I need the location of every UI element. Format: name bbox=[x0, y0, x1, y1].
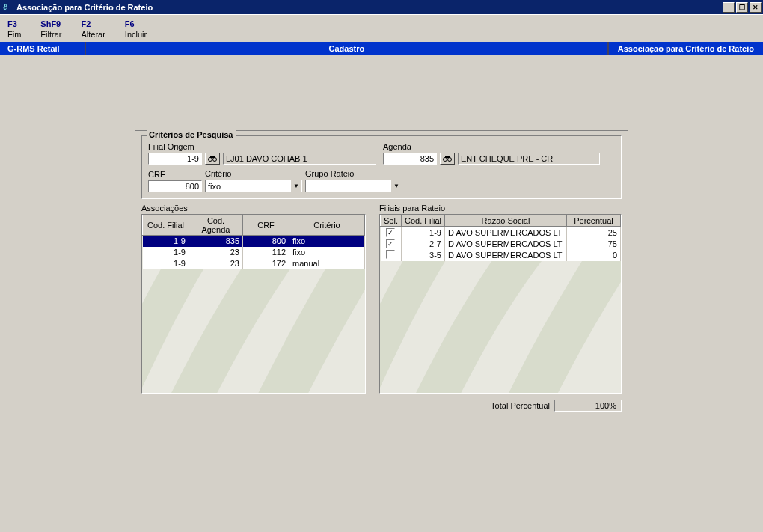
sub-header-center: Cadastro bbox=[86, 42, 607, 55]
crf-input[interactable] bbox=[148, 180, 202, 192]
cell-percentual: 25 bbox=[567, 227, 621, 239]
cell-crf: 172 bbox=[243, 258, 289, 269]
svg-point-3 bbox=[444, 158, 447, 162]
cell-razao: D AVO SUPERMERCADOS LT bbox=[445, 249, 567, 261]
filial-origem-name: LJ01 DAVO COHAB 1 bbox=[223, 153, 376, 165]
checkbox-icon[interactable]: ✓ bbox=[386, 228, 395, 237]
main-panel: Critérios de Pesquisa Filial Origem LJ01… bbox=[135, 130, 628, 519]
agenda-lookup-button[interactable] bbox=[440, 153, 455, 165]
associacoes-label: Associações bbox=[141, 204, 366, 213]
cell-cod-filial: 1-9 bbox=[143, 258, 189, 269]
cell-cod-filial: 1-9 bbox=[143, 247, 189, 258]
table-row[interactable]: ✓1-9D AVO SUPERMERCADOS LT25 bbox=[381, 227, 621, 239]
chevron-down-icon: ▼ bbox=[290, 180, 301, 192]
fn-label: Fim bbox=[7, 30, 21, 39]
agenda-name: ENT CHEQUE PRE - CR bbox=[458, 153, 600, 165]
table-row[interactable]: 1-9835800fixo bbox=[143, 236, 365, 247]
col-sel[interactable]: Sel. bbox=[381, 215, 402, 227]
titlebar: ℓ Associação para Critério de Rateio _ ❐… bbox=[0, 0, 763, 14]
cell-criterio: fixo bbox=[289, 236, 365, 247]
cell-cod-filial: 3-5 bbox=[402, 249, 445, 261]
fn-key: F2 bbox=[81, 19, 105, 28]
groupbox-legend: Critérios de Pesquisa bbox=[147, 130, 236, 139]
sub-header-right: Associação para Critério de Rateio bbox=[607, 42, 763, 55]
fn-key: F6 bbox=[125, 19, 147, 28]
table-row[interactable]: 1-923112fixo bbox=[143, 247, 365, 258]
filial-origem-label: Filial Origem bbox=[148, 142, 202, 151]
fn-key: ShF9 bbox=[40, 19, 61, 28]
cell-percentual: 0 bbox=[567, 249, 621, 261]
filial-origem-input[interactable] bbox=[148, 153, 202, 165]
filiais-table[interactable]: Sel. Cod. Filial Razão Social Percentual… bbox=[379, 214, 622, 394]
col-percentual[interactable]: Percentual bbox=[567, 215, 621, 227]
filial-origem-lookup-button[interactable] bbox=[205, 153, 220, 165]
cell-cod-agenda: 23 bbox=[189, 258, 243, 269]
col-criterio[interactable]: Critério bbox=[289, 215, 365, 236]
col-cod-filial[interactable]: Cod. Filial bbox=[143, 215, 189, 236]
checkbox-icon[interactable]: ✓ bbox=[386, 239, 395, 248]
window-buttons: _ ❐ ✕ bbox=[723, 2, 762, 13]
cell-cod-filial: 2-7 bbox=[402, 238, 445, 249]
svg-point-0 bbox=[209, 158, 212, 162]
total-percentual-label: Total Percentual bbox=[491, 401, 550, 410]
fn-item-fim[interactable]: F3 Fim bbox=[7, 19, 21, 39]
restore-button[interactable]: ❐ bbox=[736, 2, 748, 13]
criterio-combo[interactable]: fixo ▼ bbox=[205, 180, 302, 192]
cell-razao: D AVO SUPERMERCADOS LT bbox=[445, 238, 567, 249]
criterio-value: fixo bbox=[206, 180, 290, 192]
window-title: Associação para Critério de Rateio bbox=[16, 3, 723, 12]
criteria-groupbox: Critérios de Pesquisa Filial Origem LJ01… bbox=[141, 135, 622, 199]
fn-item-incluir[interactable]: F6 Incluir bbox=[125, 19, 147, 39]
table-row[interactable]: 1-923172manual bbox=[143, 258, 365, 269]
binoculars-icon bbox=[208, 155, 217, 162]
cell-cod-agenda: 835 bbox=[189, 236, 243, 247]
fn-label: Alterar bbox=[81, 30, 105, 39]
grupo-value bbox=[306, 180, 390, 192]
table-row[interactable]: ✓2-7D AVO SUPERMERCADOS LT75 bbox=[381, 238, 621, 249]
minimize-button[interactable]: _ bbox=[723, 2, 735, 13]
cell-cod-filial: 1-9 bbox=[402, 227, 445, 239]
cell-crf: 112 bbox=[243, 247, 289, 258]
agenda-input[interactable] bbox=[383, 153, 437, 165]
associacoes-table[interactable]: Cod. Filial Cod. Agenda CRF Critério 1-9… bbox=[141, 214, 366, 394]
svg-rect-2 bbox=[210, 156, 215, 158]
cell-percentual: 75 bbox=[567, 238, 621, 249]
col-razao[interactable]: Razão Social bbox=[445, 215, 567, 227]
svg-point-4 bbox=[448, 158, 452, 162]
col-crf[interactable]: CRF bbox=[243, 215, 289, 236]
col-cod-agenda[interactable]: Cod. Agenda bbox=[189, 215, 243, 236]
sub-header: G-RMS Retail Cadastro Associação para Cr… bbox=[0, 42, 763, 55]
crf-label: CRF bbox=[148, 170, 202, 179]
cell-crf: 800 bbox=[243, 236, 289, 247]
app-icon: ℓ bbox=[3, 2, 13, 13]
cell-sel[interactable] bbox=[381, 249, 402, 261]
cell-sel[interactable]: ✓ bbox=[381, 227, 402, 239]
close-button[interactable]: ✕ bbox=[750, 2, 762, 13]
chevron-down-icon: ▼ bbox=[390, 180, 402, 192]
criterio-label: Critério bbox=[205, 169, 302, 178]
cell-cod-filial: 1-9 bbox=[143, 236, 189, 247]
function-key-bar: F3 Fim ShF9 Filtrar F2 Alterar F6 Inclui… bbox=[0, 14, 763, 42]
binoculars-icon bbox=[443, 155, 452, 162]
cell-criterio: fixo bbox=[289, 247, 365, 258]
total-percentual-value: 100% bbox=[554, 400, 622, 412]
fn-item-filtrar[interactable]: ShF9 Filtrar bbox=[40, 19, 61, 39]
table-row[interactable]: 3-5D AVO SUPERMERCADOS LT0 bbox=[381, 249, 621, 261]
workspace: Critérios de Pesquisa Filial Origem LJ01… bbox=[0, 55, 763, 519]
fn-item-alterar[interactable]: F2 Alterar bbox=[81, 19, 105, 39]
grupo-combo[interactable]: ▼ bbox=[305, 180, 402, 192]
filiais-label: Filiais para Rateio bbox=[379, 204, 622, 213]
agenda-label: Agenda bbox=[383, 142, 437, 151]
fn-label: Filtrar bbox=[40, 30, 61, 39]
checkbox-icon[interactable] bbox=[386, 250, 395, 259]
sub-header-left: G-RMS Retail bbox=[0, 42, 86, 55]
cell-criterio: manual bbox=[289, 258, 365, 269]
fn-label: Incluir bbox=[125, 30, 147, 39]
cell-sel[interactable]: ✓ bbox=[381, 238, 402, 249]
cell-razao: D AVO SUPERMERCADOS LT bbox=[445, 227, 567, 239]
fn-key: F3 bbox=[7, 19, 21, 28]
svg-rect-5 bbox=[445, 156, 450, 158]
svg-point-1 bbox=[213, 158, 217, 162]
cell-cod-agenda: 23 bbox=[189, 247, 243, 258]
col-cod-filial2[interactable]: Cod. Filial bbox=[402, 215, 445, 227]
